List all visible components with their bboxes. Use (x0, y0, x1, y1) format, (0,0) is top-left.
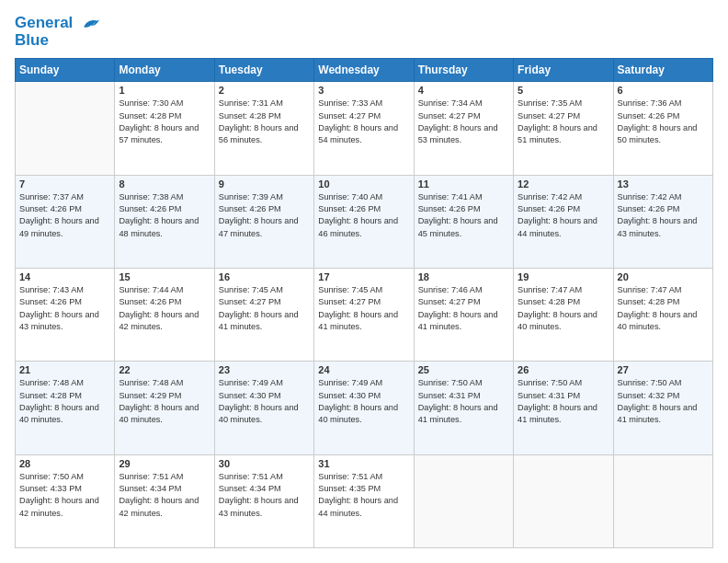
day-number: 7 (19, 178, 110, 190)
day-info: Sunrise: 7:49 AMSunset: 4:30 PMDaylight:… (318, 377, 409, 426)
logo: General Blue (15, 15, 101, 49)
calendar-cell: 31Sunrise: 7:51 AMSunset: 4:35 PMDayligh… (314, 454, 414, 547)
day-info: Sunrise: 7:47 AMSunset: 4:28 PMDaylight:… (618, 284, 709, 333)
day-info: Sunrise: 7:36 AMSunset: 4:26 PMDaylight:… (618, 98, 709, 146)
day-info: Sunrise: 7:49 AMSunset: 4:30 PMDaylight:… (219, 377, 310, 426)
day-info: Sunrise: 7:51 AMSunset: 4:34 PMDaylight:… (119, 471, 210, 520)
calendar-cell: 21Sunrise: 7:48 AMSunset: 4:28 PMDayligh… (16, 362, 115, 454)
day-info: Sunrise: 7:34 AMSunset: 4:27 PMDaylight:… (418, 98, 509, 146)
calendar-cell: 20Sunrise: 7:47 AMSunset: 4:28 PMDayligh… (613, 269, 712, 362)
page: General Blue SundayMondayTuesdayWednesda… (0, 0, 728, 563)
calendar-cell: 4Sunrise: 7:34 AMSunset: 4:27 PMDaylight… (414, 82, 513, 175)
calendar-week-row: 14Sunrise: 7:43 AMSunset: 4:26 PMDayligh… (16, 269, 713, 362)
calendar-cell: 14Sunrise: 7:43 AMSunset: 4:26 PMDayligh… (16, 269, 115, 362)
calendar-cell: 22Sunrise: 7:48 AMSunset: 4:29 PMDayligh… (115, 362, 214, 454)
calendar-cell: 25Sunrise: 7:50 AMSunset: 4:31 PMDayligh… (414, 362, 513, 454)
day-info: Sunrise: 7:42 AMSunset: 4:26 PMDaylight:… (618, 191, 709, 240)
day-info: Sunrise: 7:45 AMSunset: 4:27 PMDaylight:… (219, 284, 310, 333)
calendar-cell: 23Sunrise: 7:49 AMSunset: 4:30 PMDayligh… (214, 362, 313, 454)
day-number: 23 (219, 364, 310, 375)
calendar-week-row: 7Sunrise: 7:37 AMSunset: 4:26 PMDaylight… (16, 175, 713, 268)
calendar-cell: 16Sunrise: 7:45 AMSunset: 4:27 PMDayligh… (214, 269, 313, 362)
day-number: 18 (418, 271, 509, 282)
day-number: 9 (219, 178, 310, 190)
day-number: 10 (318, 178, 409, 190)
day-info: Sunrise: 7:51 AMSunset: 4:35 PMDaylight:… (318, 471, 409, 520)
day-number: 15 (119, 271, 210, 282)
day-header-wednesday: Wednesday (314, 59, 414, 82)
day-info: Sunrise: 7:38 AMSunset: 4:26 PMDaylight:… (119, 191, 210, 240)
calendar-cell: 24Sunrise: 7:49 AMSunset: 4:30 PMDayligh… (314, 362, 414, 454)
calendar-week-row: 1Sunrise: 7:30 AMSunset: 4:28 PMDaylight… (16, 82, 713, 175)
day-number: 14 (19, 271, 110, 282)
day-number: 27 (618, 364, 709, 375)
day-number: 1 (119, 85, 210, 96)
day-number: 4 (418, 85, 509, 96)
day-number: 8 (119, 178, 210, 190)
calendar-cell: 27Sunrise: 7:50 AMSunset: 4:32 PMDayligh… (613, 362, 712, 454)
calendar-cell: 1Sunrise: 7:30 AMSunset: 4:28 PMDaylight… (115, 82, 214, 175)
calendar-cell: 30Sunrise: 7:51 AMSunset: 4:34 PMDayligh… (214, 454, 313, 547)
day-info: Sunrise: 7:48 AMSunset: 4:29 PMDaylight:… (119, 377, 210, 426)
calendar-cell: 19Sunrise: 7:47 AMSunset: 4:28 PMDayligh… (514, 269, 613, 362)
header: General Blue (15, 15, 713, 49)
calendar-cell: 2Sunrise: 7:31 AMSunset: 4:28 PMDaylight… (214, 82, 313, 175)
day-number: 5 (518, 85, 609, 96)
day-info: Sunrise: 7:51 AMSunset: 4:34 PMDaylight:… (219, 471, 310, 520)
calendar-cell: 5Sunrise: 7:35 AMSunset: 4:27 PMDaylight… (514, 82, 613, 175)
day-number: 3 (318, 85, 409, 96)
calendar-cell (16, 82, 115, 175)
day-number: 30 (219, 458, 310, 469)
day-number: 20 (618, 271, 709, 282)
day-number: 24 (318, 364, 409, 375)
calendar-cell: 13Sunrise: 7:42 AMSunset: 4:26 PMDayligh… (613, 175, 712, 268)
calendar-cell: 8Sunrise: 7:38 AMSunset: 4:26 PMDaylight… (115, 175, 214, 268)
day-info: Sunrise: 7:50 AMSunset: 4:32 PMDaylight:… (618, 377, 709, 426)
day-info: Sunrise: 7:44 AMSunset: 4:26 PMDaylight:… (119, 284, 210, 333)
calendar-week-row: 28Sunrise: 7:50 AMSunset: 4:33 PMDayligh… (16, 454, 713, 547)
calendar-body: 1Sunrise: 7:30 AMSunset: 4:28 PMDaylight… (16, 82, 713, 548)
day-header-thursday: Thursday (414, 59, 513, 82)
day-number: 17 (318, 271, 409, 282)
calendar-cell: 11Sunrise: 7:41 AMSunset: 4:26 PMDayligh… (414, 175, 513, 268)
day-info: Sunrise: 7:40 AMSunset: 4:26 PMDaylight:… (318, 191, 409, 240)
calendar-table: SundayMondayTuesdayWednesdayThursdayFrid… (15, 58, 713, 548)
day-number: 22 (119, 364, 210, 375)
calendar-cell: 12Sunrise: 7:42 AMSunset: 4:26 PMDayligh… (514, 175, 613, 268)
calendar-cell: 17Sunrise: 7:45 AMSunset: 4:27 PMDayligh… (314, 269, 414, 362)
day-header-saturday: Saturday (613, 59, 712, 82)
day-number: 11 (418, 178, 509, 190)
day-header-friday: Friday (514, 59, 613, 82)
logo-blue: Blue (15, 32, 101, 50)
calendar-cell: 15Sunrise: 7:44 AMSunset: 4:26 PMDayligh… (115, 269, 214, 362)
calendar-cell: 6Sunrise: 7:36 AMSunset: 4:26 PMDaylight… (613, 82, 712, 175)
day-info: Sunrise: 7:37 AMSunset: 4:26 PMDaylight:… (19, 191, 110, 240)
day-number: 26 (518, 364, 609, 375)
day-info: Sunrise: 7:30 AMSunset: 4:28 PMDaylight:… (119, 98, 210, 146)
day-info: Sunrise: 7:47 AMSunset: 4:28 PMDaylight:… (518, 284, 609, 333)
calendar-cell: 10Sunrise: 7:40 AMSunset: 4:26 PMDayligh… (314, 175, 414, 268)
calendar-week-row: 21Sunrise: 7:48 AMSunset: 4:28 PMDayligh… (16, 362, 713, 454)
calendar-cell: 9Sunrise: 7:39 AMSunset: 4:26 PMDaylight… (214, 175, 313, 268)
day-number: 29 (119, 458, 210, 469)
calendar-cell: 26Sunrise: 7:50 AMSunset: 4:31 PMDayligh… (514, 362, 613, 454)
day-info: Sunrise: 7:35 AMSunset: 4:27 PMDaylight:… (518, 98, 609, 146)
day-number: 2 (219, 85, 310, 96)
day-header-sunday: Sunday (16, 59, 115, 82)
calendar-header-row: SundayMondayTuesdayWednesdayThursdayFrid… (16, 59, 713, 82)
day-info: Sunrise: 7:46 AMSunset: 4:27 PMDaylight:… (418, 284, 509, 333)
day-header-tuesday: Tuesday (214, 59, 313, 82)
calendar-cell (514, 454, 613, 547)
logo-general: General (15, 14, 73, 31)
day-info: Sunrise: 7:39 AMSunset: 4:26 PMDaylight:… (219, 191, 310, 240)
day-number: 21 (19, 364, 110, 375)
day-number: 19 (518, 271, 609, 282)
day-info: Sunrise: 7:45 AMSunset: 4:27 PMDaylight:… (318, 284, 409, 333)
calendar-cell: 18Sunrise: 7:46 AMSunset: 4:27 PMDayligh… (414, 269, 513, 362)
calendar-cell: 3Sunrise: 7:33 AMSunset: 4:27 PMDaylight… (314, 82, 414, 175)
day-number: 13 (618, 178, 709, 190)
calendar-cell: 7Sunrise: 7:37 AMSunset: 4:26 PMDaylight… (16, 175, 115, 268)
calendar-cell (414, 454, 513, 547)
logo-bird-icon (81, 17, 101, 31)
day-info: Sunrise: 7:43 AMSunset: 4:26 PMDaylight:… (19, 284, 110, 333)
